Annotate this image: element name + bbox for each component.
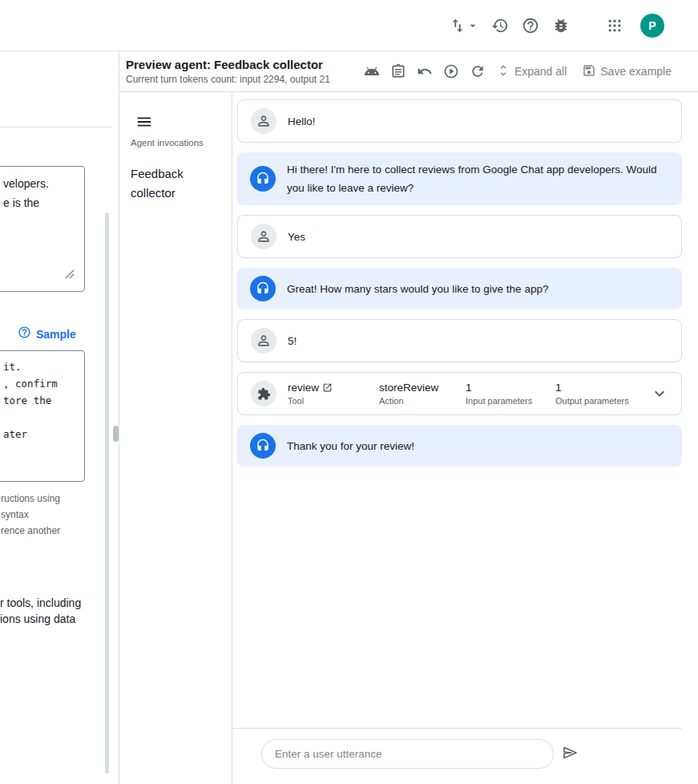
expand-all-label: Expand all [514, 65, 567, 78]
instructions-textarea[interactable]: it. , confirm tore the ater [0, 350, 85, 482]
transcript-button[interactable] [390, 63, 406, 79]
dropdown-caret-icon [466, 19, 479, 32]
expand-all-button[interactable]: Expand all [496, 63, 567, 80]
tool-avatar [251, 381, 276, 406]
message-text: 5! [288, 332, 297, 350]
save-example-label: Save example [600, 65, 672, 78]
robot-icon [364, 63, 380, 79]
agent-invocations-label: Agent invocations [131, 138, 204, 148]
tools-section-text: r tools, including ions using data [0, 595, 81, 627]
chat-message-user: Hello! [237, 99, 682, 143]
message-text: Thank you for your review! [287, 437, 414, 455]
menu-button[interactable] [135, 113, 153, 131]
person-icon [256, 228, 272, 244]
restart-button[interactable] [470, 63, 486, 79]
headset-icon [256, 172, 270, 186]
account-avatar-initial: P [648, 19, 656, 32]
undo-icon [417, 63, 433, 79]
message-text: Great! How many stars would you like to … [287, 280, 548, 298]
message-text: Hi there! I'm here to collect reviews fr… [287, 160, 669, 197]
sort-button[interactable] [450, 16, 478, 35]
clipboard-icon [390, 63, 406, 79]
topbar: P [0, 0, 698, 51]
chevron-down-icon [650, 384, 669, 403]
invocation-item-feedback-collector[interactable]: Feedback collector [131, 164, 211, 203]
person-icon [256, 113, 272, 129]
goal-text-line: e is the [3, 193, 76, 212]
hint-line: ructions using [1, 491, 60, 507]
left-panel-divider [0, 127, 111, 127]
bug-report-icon [552, 17, 570, 34]
instructions-text-line [3, 409, 78, 426]
undo-button[interactable] [417, 63, 433, 79]
apps-grid-button[interactable] [607, 18, 623, 34]
play-button[interactable] [443, 63, 459, 79]
hint-line: syntax [1, 507, 60, 523]
agent-settings-panel: velopers. e is the Sample it. , confirm … [0, 51, 119, 784]
action-name: storeReview [379, 382, 466, 394]
open-in-new-icon[interactable] [322, 382, 333, 393]
message-text: Yes [288, 228, 305, 246]
hamburger-icon [135, 113, 153, 131]
instructions-text-line: , confirm [3, 375, 78, 392]
left-panel-scrollbar[interactable] [105, 212, 109, 774]
headset-icon [256, 281, 270, 296]
agent-avatar [250, 166, 276, 192]
tool-name-link[interactable]: review [288, 382, 319, 394]
agent-avatar [250, 276, 276, 301]
topbar-icons: P [450, 14, 698, 38]
refresh-icon [470, 63, 486, 79]
sample-row: Sample [18, 325, 76, 342]
tool-action-column: storeReview Action [379, 382, 466, 406]
tool-invocation-row[interactable]: review Tool storeReview Action 1 Input p… [237, 372, 682, 415]
panel-drag-handle[interactable] [113, 426, 119, 442]
goal-textarea[interactable]: velopers. e is the [0, 166, 85, 292]
agent-avatar [250, 433, 276, 459]
save-icon [582, 63, 596, 80]
token-count-subtitle: Current turn tokens count: input 2294, o… [126, 74, 330, 85]
play-circle-icon [443, 63, 459, 79]
tools-text-line: r tools, including [0, 595, 81, 611]
instructions-text-line: it. [3, 358, 78, 375]
goal-text-line: velopers. [3, 174, 76, 193]
preview-header: Preview agent: Feedback collector Curren… [119, 51, 698, 92]
puzzle-icon [257, 387, 271, 401]
history-button[interactable] [491, 17, 509, 34]
message-list: Hello! Hi there! I'm here to collect rev… [232, 92, 698, 728]
chat-message-user: 5! [237, 319, 682, 362]
app-window: P velopers. e is the Sample it. , confir… [0, 0, 698, 784]
user-avatar [251, 224, 276, 249]
instructions-text-line: ater [3, 426, 78, 443]
save-example-button[interactable]: Save example [582, 63, 672, 80]
output-params-value: 1 [555, 382, 650, 394]
history-icon [491, 17, 509, 34]
help-icon [522, 17, 539, 34]
sample-help-icon[interactable] [18, 325, 31, 342]
preview-header-actions: Expand all Save example [364, 63, 672, 80]
input-params-label: Input parameters [466, 396, 555, 406]
sample-link[interactable]: Sample [36, 328, 76, 341]
person-icon [256, 333, 272, 349]
hint-line: rence another [1, 523, 60, 539]
apps-grid-icon [607, 18, 623, 34]
textarea-resize-handle-icon[interactable] [65, 265, 75, 285]
output-params-label: Output parameters [555, 396, 650, 406]
chat-message-user: Yes [237, 215, 682, 258]
input-params-value: 1 [466, 382, 555, 394]
invocations-sidebar: Agent invocations Feedback collector [119, 92, 232, 784]
agent-view-button[interactable] [364, 63, 380, 79]
help-button[interactable] [522, 17, 539, 34]
chat-message-agent: Thank you for your review! [237, 425, 682, 467]
send-button[interactable] [560, 742, 581, 763]
instructions-hint-text: ructions using syntax rence another [1, 491, 60, 539]
bug-report-button[interactable] [552, 17, 570, 34]
preview-body: Agent invocations Feedback collector Hel… [119, 92, 698, 784]
headset-icon [256, 438, 270, 453]
message-text: Hello! [288, 112, 316, 131]
chat-message-agent: Great! How many stars would you like to … [237, 268, 682, 309]
chat-input-bar [232, 728, 682, 784]
utterance-input[interactable] [261, 739, 554, 769]
expand-tool-button[interactable] [650, 384, 669, 403]
unfold-more-icon [496, 63, 510, 80]
account-avatar[interactable]: P [640, 14, 664, 38]
